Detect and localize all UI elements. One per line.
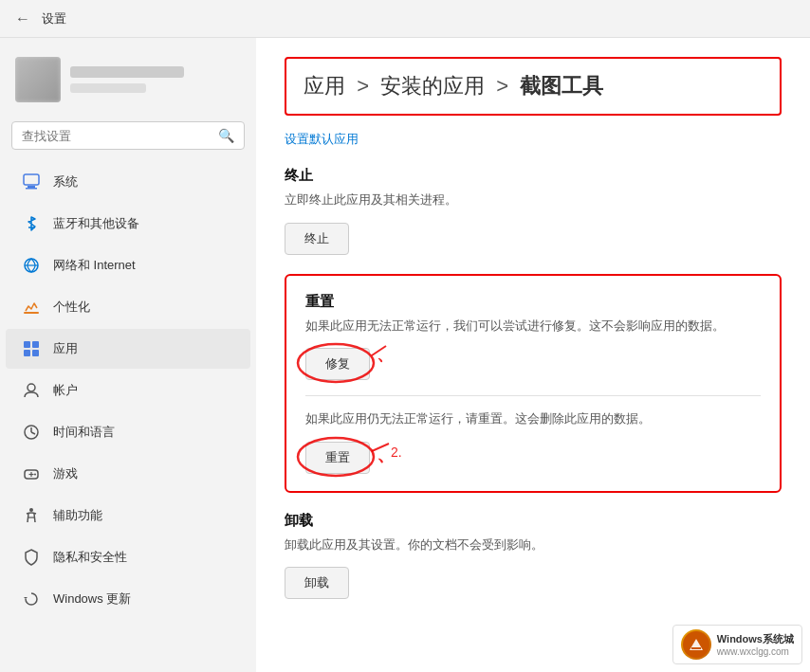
avatar	[15, 57, 61, 102]
breadcrumb-part2: 安装的应用	[380, 74, 485, 98]
watermark-line1: Windows系统城	[717, 632, 794, 646]
search-box[interactable]: 🔍	[11, 121, 245, 150]
breadcrumb-part3: 截图工具	[520, 74, 603, 98]
watermark: Windows系统城 www.wxclgg.com	[672, 625, 802, 664]
uninstall-button[interactable]: 卸载	[285, 567, 349, 599]
reset-description: 如果此应用仍无法正常运行，请重置。这会删除此应用的数据。	[305, 409, 761, 428]
svg-rect-2	[26, 188, 37, 190]
sidebar-item-label-bluetooth: 蓝牙和其他设备	[53, 215, 139, 232]
svg-point-10	[28, 384, 35, 391]
sidebar-item-accessibility[interactable]: 辅助功能	[6, 496, 250, 536]
repair-button[interactable]: 修复	[305, 348, 370, 380]
sidebar: 🔍 系统 蓝牙和其他设备 网络和 Internet 个性化	[0, 38, 256, 672]
sidebar-item-label-network: 网络和 Internet	[53, 257, 136, 274]
breadcrumb-sep2: >	[496, 74, 508, 98]
svg-line-13	[31, 432, 35, 434]
breadcrumb-part1: 应用	[304, 74, 345, 98]
sidebar-item-label-system: 系统	[53, 173, 78, 191]
content-area: 应用 > 安装的应用 > 截图工具 设置默认应用 终止 立即终止此应用及其相关进…	[256, 38, 810, 672]
svg-rect-0	[24, 174, 39, 185]
reset-title: 重置	[305, 293, 761, 311]
sidebar-item-personalization[interactable]: 个性化	[6, 287, 250, 327]
terminate-title: 终止	[285, 167, 782, 185]
reset-button[interactable]: 重置	[305, 442, 370, 474]
sidebar-item-gaming[interactable]: 游戏	[6, 454, 250, 494]
svg-point-17	[34, 474, 36, 476]
apps-icon	[21, 338, 42, 359]
sidebar-item-label-gaming: 游戏	[53, 465, 78, 482]
svg-line-25	[372, 444, 389, 451]
set-default-link[interactable]: 设置默认应用	[285, 131, 359, 148]
main-layout: 🔍 系统 蓝牙和其他设备 网络和 Internet 个性化	[0, 38, 810, 672]
svg-rect-6	[24, 341, 30, 348]
repair-description: 如果此应用无法正常运行，我们可以尝试进行修复。这不会影响应用的数据。	[305, 317, 761, 336]
personalization-icon	[21, 297, 42, 318]
sidebar-item-privacy[interactable]: 隐私和安全性	[6, 537, 250, 577]
svg-line-22	[372, 346, 386, 355]
terminate-section: 终止 立即终止此应用及其相关进程。 终止	[285, 167, 782, 255]
reset-divider	[305, 395, 761, 396]
windows-update-icon	[21, 589, 42, 609]
network-icon	[21, 255, 42, 276]
sidebar-item-label-windows-update: Windows 更新	[53, 590, 131, 608]
sidebar-item-apps[interactable]: 应用	[6, 329, 250, 369]
watermark-line2: www.wxclgg.com	[717, 646, 794, 657]
profile-sub	[70, 83, 146, 93]
sidebar-item-label-privacy: 隐私和安全性	[53, 549, 127, 566]
system-icon	[21, 172, 42, 192]
terminate-description: 立即终止此应用及其相关进程。	[285, 191, 782, 209]
svg-text:、: 、	[377, 345, 394, 364]
profile-info	[70, 66, 184, 93]
sidebar-item-network[interactable]: 网络和 Internet	[6, 245, 250, 285]
sidebar-item-accounts[interactable]: 帐户	[6, 371, 250, 410]
repair-subsection: 如果此应用无法正常运行，我们可以尝试进行修复。这不会影响应用的数据。 修复 、	[305, 317, 761, 381]
sidebar-item-system[interactable]: 系统	[6, 162, 250, 202]
time-icon	[21, 422, 42, 443]
breadcrumb-header: 应用 > 安装的应用 > 截图工具	[285, 57, 782, 116]
uninstall-description: 卸载此应用及其设置。你的文档不会受到影响。	[285, 536, 782, 554]
privacy-icon	[21, 547, 42, 568]
svg-text:、: 、	[377, 444, 396, 464]
svg-text:2.: 2.	[391, 445, 402, 460]
accounts-icon	[21, 380, 42, 401]
watermark-logo	[681, 629, 711, 660]
uninstall-title: 卸载	[285, 512, 782, 530]
reset-section: 重置 如果此应用无法正常运行，我们可以尝试进行修复。这不会影响应用的数据。 修复…	[285, 274, 782, 493]
sidebar-item-label-personalization: 个性化	[53, 299, 90, 316]
uninstall-section: 卸载 卸载此应用及其设置。你的文档不会受到影响。 卸载	[285, 512, 782, 600]
top-bar-title: 设置	[42, 10, 66, 27]
svg-rect-7	[32, 341, 39, 348]
svg-rect-9	[32, 350, 39, 356]
accessibility-icon	[21, 505, 42, 526]
svg-rect-1	[28, 186, 35, 188]
sidebar-item-time[interactable]: 时间和语言	[6, 412, 250, 452]
profile-name	[70, 66, 184, 78]
search-input[interactable]	[22, 129, 218, 143]
breadcrumb-sep1: >	[357, 74, 369, 98]
profile-area	[0, 49, 256, 118]
sidebar-item-label-time: 时间和语言	[53, 424, 115, 441]
search-icon: 🔍	[218, 128, 234, 143]
watermark-text-block: Windows系统城 www.wxclgg.com	[717, 632, 794, 657]
svg-rect-29	[691, 647, 701, 649]
sidebar-item-bluetooth[interactable]: 蓝牙和其他设备	[6, 204, 250, 244]
do-reset-subsection: 如果此应用仍无法正常运行，请重置。这会删除此应用的数据。 重置 、 2.	[305, 409, 761, 474]
sidebar-item-windows-update[interactable]: Windows 更新	[6, 579, 250, 619]
svg-rect-8	[24, 350, 30, 356]
sidebar-item-label-accounts: 帐户	[53, 382, 78, 399]
bluetooth-icon	[21, 213, 42, 234]
breadcrumb: 应用 > 安装的应用 > 截图工具	[304, 74, 603, 98]
top-bar: ← 设置	[0, 0, 810, 38]
gaming-icon	[21, 463, 42, 484]
back-button[interactable]: ←	[11, 8, 34, 30]
sidebar-item-label-apps: 应用	[53, 340, 78, 357]
sidebar-item-label-accessibility: 辅助功能	[53, 507, 102, 524]
svg-rect-5	[24, 312, 39, 314]
terminate-button[interactable]: 终止	[285, 223, 349, 255]
svg-point-18	[29, 508, 33, 512]
